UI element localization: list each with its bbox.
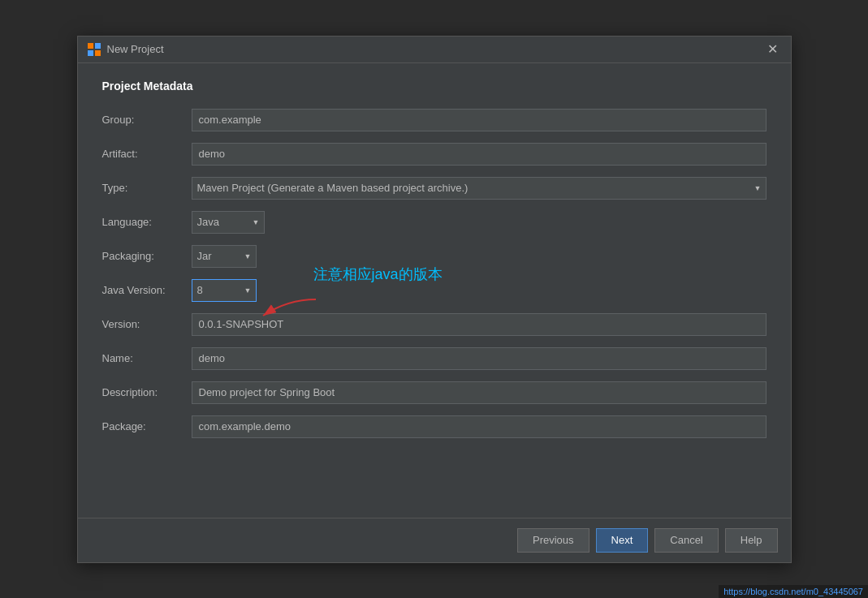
dialog-title: New Project	[107, 43, 164, 55]
svg-rect-3	[95, 50, 101, 56]
language-label: Language:	[102, 216, 192, 228]
help-button[interactable]: Help	[725, 528, 778, 553]
name-row: Name:	[102, 347, 767, 370]
group-input[interactable]	[192, 109, 767, 131]
package-input[interactable]	[192, 415, 767, 438]
title-bar-left: New Project	[88, 43, 164, 56]
dialog-footer: Previous Next Cancel Help	[78, 518, 791, 562]
title-bar: New Project ✕	[78, 37, 791, 63]
artifact-label: Artifact:	[102, 148, 192, 160]
arrow-container	[255, 295, 320, 330]
package-row: Package:	[102, 415, 767, 438]
language-select[interactable]: Java Kotlin Groovy	[192, 211, 265, 234]
app-icon	[88, 43, 101, 56]
language-select-wrapper: Java Kotlin Groovy	[192, 211, 265, 234]
next-button[interactable]: Next	[596, 528, 649, 553]
java-version-label: Java Version:	[102, 284, 192, 296]
java-version-select[interactable]: 8 11 17 21	[192, 279, 257, 302]
version-row: Version:	[102, 313, 767, 336]
java-version-select-wrapper: 8 11 17 21	[192, 279, 257, 302]
group-row: Group:	[102, 109, 767, 131]
group-label: Group:	[102, 114, 192, 126]
description-input[interactable]	[192, 381, 767, 404]
new-project-dialog: New Project ✕ Project Metadata Group: Ar…	[77, 36, 792, 563]
close-button[interactable]: ✕	[764, 43, 781, 56]
name-label: Name:	[102, 352, 192, 364]
type-select-wrapper: Maven Project (Generate a Maven based pr…	[192, 177, 767, 200]
java-version-row: Java Version: 8 11 17 21 注意相应java的版本	[102, 279, 767, 302]
svg-rect-2	[88, 50, 93, 56]
packaging-select[interactable]: Jar War	[192, 245, 257, 268]
svg-rect-0	[88, 43, 93, 49]
description-row: Description:	[102, 381, 767, 404]
type-select[interactable]: Maven Project (Generate a Maven based pr…	[192, 177, 767, 200]
arrow-icon	[255, 295, 320, 328]
annotation-container: 注意相应java的版本	[313, 265, 443, 284]
svg-rect-1	[95, 43, 101, 49]
previous-button[interactable]: Previous	[517, 528, 589, 553]
artifact-row: Artifact:	[102, 143, 767, 166]
type-label: Type:	[102, 182, 192, 194]
name-input[interactable]	[192, 347, 767, 370]
packaging-select-wrapper: Jar War	[192, 245, 257, 268]
cancel-button[interactable]: Cancel	[654, 528, 718, 553]
url-bar: https://blog.csdn.net/m0_43445067	[719, 585, 868, 598]
artifact-input[interactable]	[192, 143, 767, 166]
language-row: Language: Java Kotlin Groovy	[102, 211, 767, 234]
type-row: Type: Maven Project (Generate a Maven ba…	[102, 177, 767, 200]
packaging-label: Packaging:	[102, 250, 192, 262]
package-label: Package:	[102, 420, 192, 432]
section-title: Project Metadata	[102, 80, 767, 92]
annotation-text: 注意相应java的版本	[313, 265, 443, 284]
description-label: Description:	[102, 386, 192, 398]
version-label: Version:	[102, 318, 192, 330]
dialog-content: Project Metadata Group: Artifact: Type: …	[78, 63, 791, 518]
